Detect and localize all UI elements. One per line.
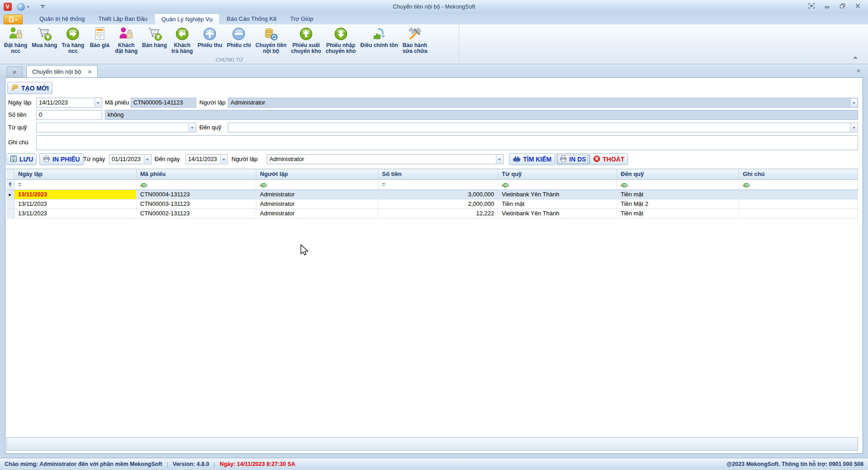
print-voucher-button[interactable]: IN PHIẾU (39, 153, 84, 165)
minimize-button[interactable] (823, 3, 831, 10)
grid-cell[interactable]: 13/11/2023 (14, 209, 137, 218)
print-list-button[interactable]: IN DS (556, 153, 590, 165)
ngay-lap-combobox[interactable]: 14/11/2023 (36, 98, 102, 108)
sphere-arrow-up-icon (298, 26, 314, 42)
ribbon-button[interactable]: Kháchtrả hàng (169, 26, 195, 56)
fullscreen-button[interactable] (807, 3, 816, 10)
ribbon-button[interactable]: Phiếu thu (195, 26, 225, 56)
grid-filter-cell[interactable]: aBc (617, 180, 739, 190)
grid-cell[interactable]: 2,000,000 (378, 199, 498, 209)
exit-button[interactable]: THOÁT (590, 153, 628, 165)
grid-cell[interactable]: 13/11/2023 (14, 190, 137, 199)
search-button[interactable]: ID TÌM KIẾM (509, 153, 555, 165)
grid-column-header[interactable]: Mã phiếu (137, 169, 256, 179)
grid-row[interactable]: ▶13/11/2023CTN00004-131123Administrator3… (6, 190, 858, 199)
grid-column-header[interactable]: Số tiền (378, 169, 498, 179)
grid-cell[interactable]: Tiền mặt (617, 209, 739, 218)
close-button[interactable] (854, 3, 862, 10)
combo-arrow-icon[interactable] (144, 155, 151, 163)
grid-filter-cell[interactable]: aBc (498, 180, 617, 190)
grid-body: ▶13/11/2023CTN00004-131123Administrator3… (6, 190, 858, 218)
grid-cell[interactable]: Tiền Mặt 2 (617, 199, 739, 209)
grid-cell[interactable]: CTN00004-131123 (137, 190, 256, 199)
ribbon-collapse-button[interactable] (852, 55, 859, 61)
ghi-chu-input[interactable] (36, 135, 858, 150)
ribbon-button[interactable]: Trả hàngncc (59, 26, 86, 56)
ribbon-button[interactable]: Phiếu nhậpchuyển kho (323, 26, 358, 56)
combo-arrow-icon[interactable] (189, 123, 195, 132)
grid-cell[interactable]: CTN00002-131123 (137, 209, 256, 218)
ribbon-button[interactable]: Báo giá (86, 26, 113, 56)
combo-arrow-icon[interactable] (220, 155, 227, 163)
combo-arrow-icon[interactable] (850, 99, 857, 107)
ribbon-button-label: Phiếu nhậpchuyển kho (326, 43, 356, 55)
tab-close-icon[interactable]: ✕ (87, 69, 92, 75)
combo-arrow-icon[interactable] (94, 99, 101, 107)
grid-filter-cell[interactable]: aBc (137, 180, 256, 190)
grid-cell[interactable]: Tiền mặt (617, 190, 739, 199)
grid-column-header[interactable]: Ghi chú (739, 169, 858, 179)
restore-button[interactable] (838, 3, 846, 10)
creator-combobox[interactable]: Administrator (267, 154, 504, 164)
app-menu-button[interactable] (4, 14, 23, 24)
grid-filter-cell[interactable]: aBc (256, 180, 378, 190)
tu-quy-combobox[interactable] (36, 123, 196, 133)
grid-cell[interactable]: Vietinbank Yên Thành (498, 190, 617, 199)
app-menu-icon (9, 17, 14, 22)
grid-column-header[interactable]: Người lập (256, 169, 378, 179)
menu-tab[interactable]: Quản Lý Nghiệp Vụ (154, 14, 220, 24)
grid-cell[interactable]: Vietinbank Yên Thành (498, 209, 617, 218)
ribbon-button[interactable]: Phiếu xuấtchuyển kho (289, 26, 324, 56)
save-button[interactable]: LƯU (6, 153, 37, 165)
ribbon-button[interactable]: Đặt hàngncc (2, 26, 29, 56)
ribbon-button[interactable]: Bảo hànhsửa chữa (400, 26, 429, 56)
ribbon-button[interactable]: Chuyển tiềnnội bộ (253, 26, 289, 56)
ribbon-button-label: Điều chỉnh tồn (360, 43, 398, 55)
grid-row[interactable]: 13/11/2023CTN00003-131123Administrator2,… (6, 199, 858, 209)
grid-cell[interactable]: 3,000,000 (378, 190, 498, 199)
so-tien-input[interactable]: 0 (36, 110, 102, 120)
grid-cell[interactable]: 12,222 (378, 209, 498, 218)
ribbon-button[interactable]: Điều chỉnh tồn (358, 26, 400, 56)
data-grid: Ngày lậpMã phiếuNgười lậpSố tiềnTừ quỹĐế… (6, 169, 858, 218)
den-quy-combobox[interactable] (228, 123, 858, 133)
grid-cell[interactable]: Tiền mặt (498, 199, 617, 209)
grid-cell[interactable] (739, 190, 858, 199)
ribbon-button[interactable]: Mua hàng (29, 26, 59, 56)
ribbon-button-label: Trả hàngncc (61, 43, 84, 55)
grid-row[interactable]: 13/11/2023CTN00002-131123Administrator12… (6, 209, 858, 218)
grid-cell[interactable]: Administrator (256, 209, 378, 218)
grid-filter-cell[interactable]: = (14, 180, 137, 190)
grid-cell[interactable] (739, 199, 858, 209)
grid-cell[interactable] (739, 209, 858, 218)
menu-tab[interactable]: Quản trị hệ thống (33, 14, 91, 24)
ribbon-button[interactable]: Phiếu chi (225, 26, 253, 56)
tab-close-left-button[interactable]: ✕ (6, 66, 23, 78)
document-tab-active[interactable]: Chuyển tiền nội bộ ✕ (26, 65, 98, 78)
combo-arrow-icon[interactable] (496, 155, 503, 163)
pushpin-icon[interactable] (6, 180, 14, 190)
ribbon: Đặt hàngnccMua hàngTrả hàngnccBáo giáKhá… (0, 24, 868, 64)
grid-column-header[interactable]: Ngày lập (14, 169, 137, 179)
to-date-combobox[interactable]: 14/11/2023 (185, 154, 228, 164)
grid-column-header[interactable]: Từ quỹ (498, 169, 617, 179)
ribbon-button[interactable]: Kháchđặt hàng (113, 26, 140, 56)
from-date-combobox[interactable]: 01/11/2023 (109, 154, 151, 164)
grid-cell[interactable]: CTN00003-131123 (137, 199, 256, 209)
grid-filter-row: =aBcaBc=aBcaBcaBc (6, 180, 858, 190)
grid-cell[interactable]: Administrator (256, 199, 378, 209)
menu-tab[interactable]: Báo Cáo Thống Kê (220, 14, 283, 24)
nguoi-lap-label: Người lập (199, 98, 226, 108)
grid-cell[interactable]: 13/11/2023 (14, 199, 137, 209)
create-new-button[interactable]: TẠO MỚI (7, 82, 52, 94)
menu-tab[interactable]: Trợ Giúp (283, 14, 320, 24)
combo-arrow-icon[interactable] (850, 123, 857, 132)
nguoi-lap-field[interactable]: Administrator (228, 98, 858, 108)
grid-cell[interactable]: Administrator (256, 190, 378, 199)
ribbon-button[interactable]: Bán hàng (140, 26, 169, 56)
grid-filter-cell[interactable]: aBc (739, 180, 858, 190)
tabstrip-close-button[interactable]: ✕ (856, 68, 861, 74)
menu-tab[interactable]: Thiết Lập Ban Đầu (91, 14, 154, 24)
grid-column-header[interactable]: Đến quỹ (617, 169, 739, 179)
grid-filter-cell[interactable]: = (378, 180, 498, 190)
